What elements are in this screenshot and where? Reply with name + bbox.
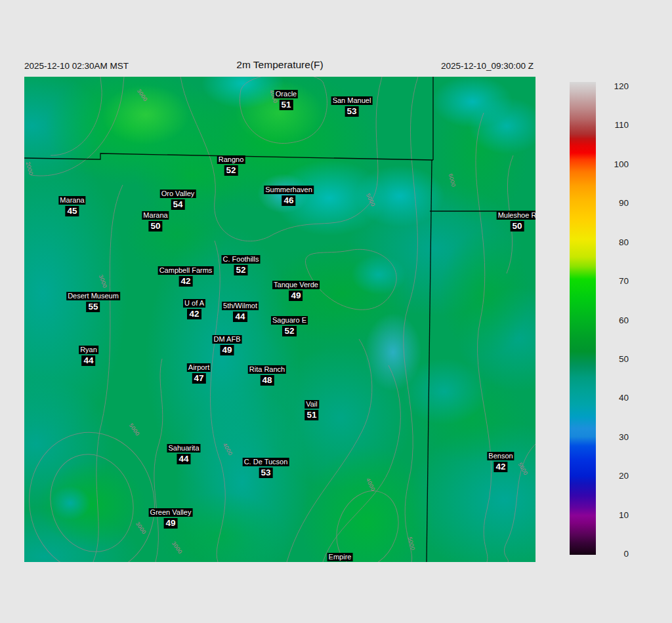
station-value: 48 [260, 375, 274, 386]
colorbar-tick-90: 90 [601, 198, 629, 208]
station-saguaro-e: Saguaro E52 [271, 316, 308, 336]
colorbar-tick-10: 10 [601, 510, 629, 519]
colorbar-tick-60: 60 [601, 315, 629, 325]
station-name: Ryan [79, 346, 98, 354]
station-desert-museum: Desert Museum55 [66, 292, 120, 312]
station-muleshoe-r: Muleshoe R50 [497, 211, 536, 231]
station-name: Empire [327, 553, 353, 561]
station-vail: Vail51 [304, 400, 319, 420]
station-san-manuel: San Manuel53 [331, 96, 373, 117]
station-5th-wilmot: 5th/Wilmot44 [222, 302, 259, 322]
station-value: 52 [234, 265, 247, 275]
station-value: 45 [65, 206, 79, 216]
station-name: Campbell Farms [158, 266, 214, 275]
colorbar-tick-80: 80 [601, 237, 629, 247]
station-value: 42 [187, 309, 201, 319]
station-green-valley: Green Valley49 [149, 508, 193, 529]
station-value: 55 [86, 302, 100, 312]
station-name: Benson [487, 452, 514, 460]
colorbar-tick-110: 110 [601, 120, 629, 130]
station-name: C. Foothills [221, 255, 260, 264]
station-name: Sahuarita [167, 444, 200, 452]
station-name: Rita Ranch [248, 365, 286, 374]
station-value: 46 [282, 195, 295, 206]
station-value: 42 [494, 462, 507, 472]
station-dm-afb: DM AFB49 [213, 335, 242, 355]
station-value: 49 [220, 345, 234, 355]
station-oro-valley: Oro Valley54 [160, 190, 196, 210]
weather-model-page: { "header": { "valid_local": "2025-12-10… [0, 0, 672, 623]
station-name: Muleshoe R [497, 211, 536, 220]
colorbar-tick-50: 50 [601, 353, 629, 363]
station-name: Marana [142, 211, 169, 220]
station-value: 52 [224, 165, 238, 176]
station-marana: Marana45 [58, 196, 85, 216]
colorbar-tick-120: 120 [601, 81, 629, 91]
station-name: Green Valley [149, 508, 193, 517]
colorbar-tick-0: 0 [601, 549, 629, 559]
station-name: Oracle [274, 90, 298, 98]
station-tanque-verde: Tanque Verde49 [272, 281, 320, 301]
station-value: 54 [171, 199, 184, 210]
station-name: C. De Tucson [243, 458, 289, 466]
station-rangno: Rangno52 [217, 155, 245, 176]
station-value: 53 [259, 468, 272, 478]
station-value: 52 [282, 326, 296, 336]
colorbar-tick-20: 20 [601, 471, 629, 481]
station-value: 44 [177, 454, 190, 464]
station-name: Saguaro E [271, 316, 308, 325]
station-u-of-a: U of A42 [183, 299, 205, 319]
station-value: 53 [345, 106, 358, 117]
station-name: Tanque Verde [272, 281, 320, 289]
station-name: U of A [183, 299, 205, 308]
station-empire: Empire [327, 553, 353, 561]
station-rita-ranch: Rita Ranch48 [248, 365, 286, 386]
colorbar-tick-40: 40 [601, 393, 629, 403]
station-value: 44 [233, 312, 247, 322]
station-c-de-tucson: C. De Tucson53 [243, 458, 289, 478]
station-value: 49 [163, 518, 177, 529]
colorbar-gradient [570, 82, 596, 555]
station-name: Summerhaven [264, 186, 314, 194]
colorbar-tick-30: 30 [601, 432, 629, 441]
station-value: 51 [304, 410, 318, 420]
station-name: Vail [304, 400, 319, 409]
station-oracle: Oracle51 [274, 90, 298, 110]
station-campbell-farms: Campbell Farms42 [158, 266, 214, 287]
station-summerhaven: Summerhaven46 [264, 186, 314, 206]
colorbar-tick-100: 100 [601, 159, 629, 169]
station-name: DM AFB [213, 335, 242, 344]
station-value: 50 [148, 221, 162, 231]
station-benson: Benson42 [487, 452, 514, 472]
temperature-map: 2000300040005000600030005000400030004000… [24, 77, 536, 562]
station-name: 5th/Wilmot [222, 302, 259, 310]
station-name: Airport [187, 363, 211, 372]
station-sahuarita: Sahuarita44 [167, 444, 200, 464]
station-value: 44 [81, 355, 95, 366]
station-value: 42 [178, 276, 192, 287]
colorbar-tick-70: 70 [601, 276, 629, 286]
station-name: Marana [58, 196, 85, 205]
station-name: Desert Museum [66, 292, 120, 300]
colorbar: 1201101009080706050403020100 [570, 82, 655, 555]
station-c-foothills: C. Foothills52 [221, 255, 260, 275]
station-value: 47 [192, 373, 205, 384]
station-name: Oro Valley [160, 190, 196, 198]
station-ryan: Ryan44 [79, 346, 98, 366]
station-value: 49 [289, 291, 303, 301]
station-name: Rangno [217, 155, 245, 164]
station-name: San Manuel [331, 96, 373, 105]
station-value: 50 [510, 221, 524, 231]
station-value: 51 [279, 100, 293, 110]
station-airport: Airport47 [187, 363, 211, 384]
station-marana: Marana50 [142, 211, 169, 231]
timestamp-utc: 2025-12-10_09:30:00 Z [441, 61, 534, 71]
